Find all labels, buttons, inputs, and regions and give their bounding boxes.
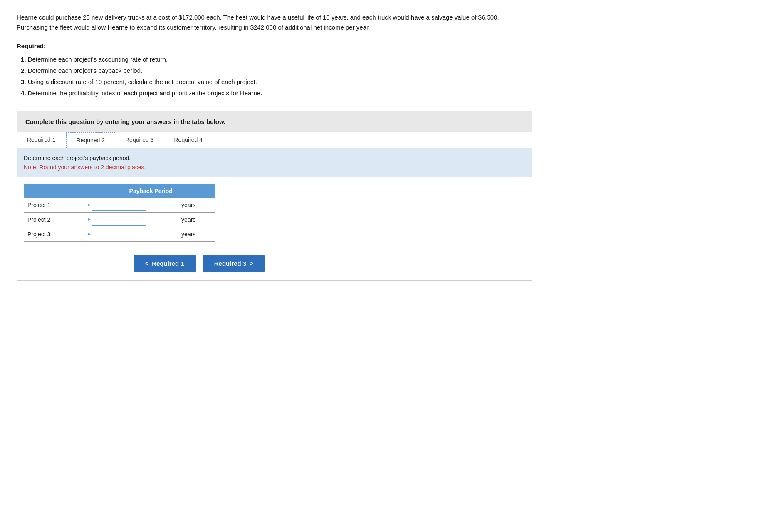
project1-label: Project 1 [24,198,87,212]
tab-description: Determine each project's payback period.… [17,148,532,177]
table-row: Project 2 years [24,212,215,227]
tab-required-2[interactable]: Required 2 [66,132,116,148]
tabs-section: Required 1 Required 2 Required 3 Require… [17,132,532,281]
next-button-label: Required 3 [214,260,247,267]
project3-label: Project 3 [24,227,87,241]
next-chevron: > [250,260,253,267]
table-header-payback: Payback Period [87,184,215,198]
tab-content: Determine each project's payback period.… [17,148,532,280]
list-text-2: Determine each project's payback period. [28,67,143,74]
intro-text: Hearne could purchase 25 new delivery tr… [17,12,516,32]
project3-input-wrapper [87,227,177,241]
list-item-1: 1. Determine each project's accounting r… [21,54,765,65]
tab-desc-text: Determine each project's payback period. [24,153,525,163]
list-text-3: Using a discount rate of 10 percent, cal… [28,78,257,85]
prev-button-label: Required 1 [152,260,184,267]
required-list: 1. Determine each project's accounting r… [17,54,765,99]
list-text-4: Determine the profitability index of eac… [28,89,262,97]
project3-arrow [87,232,92,236]
prev-chevron: < [145,260,148,267]
project3-input-cell [87,227,177,241]
project2-input-cell [87,212,177,227]
list-item-4: 4. Determine the profitability index of … [21,87,765,99]
project2-input-wrapper [87,213,177,227]
complete-box-text: Complete this question by entering your … [25,118,225,125]
tab-required-3[interactable]: Required 3 [115,132,164,148]
required-heading: Required: [17,42,765,49]
prev-button[interactable]: < Required 1 [134,255,196,272]
project2-unit: years [177,212,215,227]
tabs-row: Required 1 Required 2 Required 3 Require… [17,132,532,148]
list-num-4: 4. [21,89,26,97]
project3-unit: years [177,227,215,241]
project3-input[interactable] [92,228,146,240]
tab-required-1[interactable]: Required 1 [17,132,66,148]
list-num-1: 1. [21,56,26,63]
tab-note: Note: Round your answers to 2 decimal pl… [24,163,525,172]
project1-unit: years [177,198,215,212]
project2-label: Project 2 [24,212,87,227]
table-row: Project 3 years [24,227,215,241]
nav-buttons: < Required 1 Required 3 > [17,248,532,280]
list-item-3: 3. Using a discount rate of 10 percent, … [21,76,765,87]
list-num-3: 3. [21,78,26,85]
list-text-1: Determine each project's accounting rate… [28,56,168,63]
table-section: Payback Period Project 1 years [17,177,532,248]
table-empty-header [24,184,87,198]
table-row: Project 1 years [24,198,215,212]
project2-arrow [87,218,92,221]
project1-input-wrapper [87,198,177,212]
list-item-2: 2. Determine each project's payback peri… [21,65,765,76]
complete-box: Complete this question by entering your … [17,111,532,132]
project1-input-cell [87,198,177,212]
project1-input[interactable] [92,199,146,211]
list-num-2: 2. [21,67,26,74]
project1-arrow [87,203,92,207]
next-button[interactable]: Required 3 > [203,255,265,272]
tab-required-4[interactable]: Required 4 [164,132,213,148]
payback-table: Payback Period Project 1 years [24,184,215,242]
project2-input[interactable] [92,213,146,226]
